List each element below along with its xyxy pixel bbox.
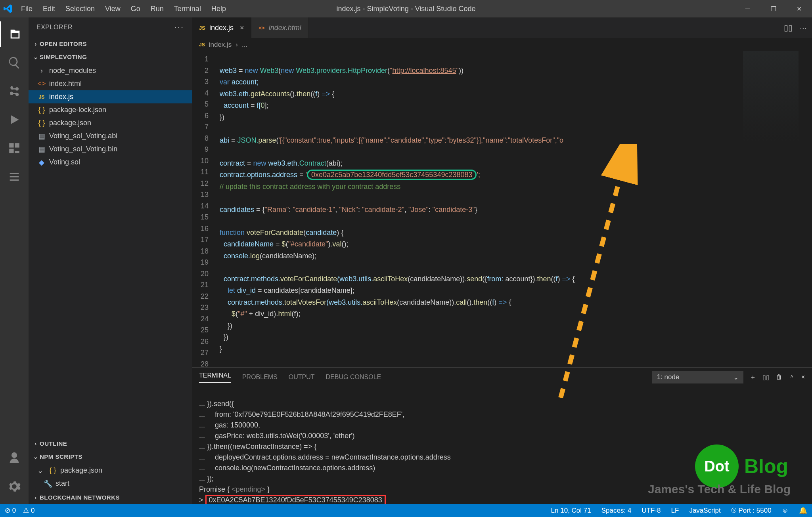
- menu-view[interactable]: View: [100, 5, 126, 13]
- status-cursor[interactable]: Ln 10, Col 71: [551, 507, 591, 515]
- status-spaces[interactable]: Spaces: 4: [601, 507, 632, 515]
- tree-package-json[interactable]: { }package.json: [29, 116, 192, 130]
- file-icon: ▤: [37, 132, 46, 141]
- accounts-icon[interactable]: [0, 445, 29, 471]
- tab-label: index.js: [209, 24, 234, 32]
- tree-index-js[interactable]: JSindex.js: [29, 90, 192, 103]
- tab-label: index.html: [269, 24, 301, 32]
- editor-tabs: JS index.js × <> index.html ▯▯ ···: [192, 17, 812, 38]
- editor-area: JS index.js × <> index.html ▯▯ ··· JS in…: [192, 17, 812, 504]
- menu-bar: File Edit Selection View Go Run Terminal…: [16, 5, 231, 13]
- close-panel-icon[interactable]: ×: [801, 374, 805, 381]
- js-file-icon: JS: [199, 25, 205, 31]
- panel-tab-problems[interactable]: PROBLEMS: [242, 374, 278, 381]
- section-blockchain[interactable]: ›BLOCKCHAIN NETWORKS: [29, 491, 192, 504]
- contract-address-highlight: 0xe0a2c5ab7be13240fdd5ef53c37455349c2380…: [307, 170, 477, 180]
- status-lang[interactable]: JavaScript: [689, 507, 720, 515]
- maximize-button[interactable]: ❐: [760, 0, 786, 17]
- minimize-button[interactable]: ─: [735, 0, 760, 17]
- run-debug-icon[interactable]: [0, 107, 29, 132]
- search-icon[interactable]: [0, 50, 29, 75]
- section-outline[interactable]: ›OUTLINE: [29, 437, 192, 450]
- extensions-icon[interactable]: [0, 135, 29, 161]
- wrench-icon: 🔧: [44, 479, 52, 488]
- close-button[interactable]: ✕: [786, 0, 812, 17]
- js-file-icon: JS: [199, 42, 205, 48]
- split-terminal-icon[interactable]: ▯▯: [762, 374, 770, 381]
- npm-package-json[interactable]: ⌄{ }package.json: [29, 464, 192, 477]
- explorer-icon[interactable]: [0, 21, 29, 47]
- activity-bar: [0, 17, 29, 504]
- terminal-output[interactable]: ... }).send({ ... from: '0xf750e791E0F52…: [192, 387, 812, 504]
- chevron-right-icon: ›: [37, 67, 46, 75]
- status-bar: ⊘ 0 ⚠ 0 Ln 10, Col 71 Spaces: 4 UTF-8 LF…: [0, 504, 812, 517]
- menu-help[interactable]: Help: [206, 5, 231, 13]
- terminal-address-highlight: 0xE0A2C5Ab7BE13240fDd5eF53C37455349C2380…: [205, 495, 386, 504]
- tree-voting-sol[interactable]: ◆Voting.sol: [29, 156, 192, 169]
- tab-index-js[interactable]: JS index.js ×: [192, 17, 251, 38]
- sidebar-more-icon[interactable]: ···: [174, 22, 184, 32]
- tree-voting-bin[interactable]: ▤Voting_sol_Voting.bin: [29, 143, 192, 156]
- code-editor[interactable]: web3 = new Web3(new Web3.providers.HttpP…: [214, 51, 812, 367]
- panel-tab-debug[interactable]: DEBUG CONSOLE: [326, 374, 381, 381]
- section-open-editors[interactable]: ›OPEN EDITORS: [29, 37, 192, 50]
- sidebar-title: EXPLORER: [36, 24, 73, 31]
- section-npm-scripts[interactable]: ⌄NPM SCRIPTS: [29, 450, 192, 463]
- json-file-icon: { }: [48, 466, 57, 475]
- settings-gear-icon[interactable]: [0, 474, 29, 499]
- json-file-icon: { }: [37, 119, 46, 127]
- menu-edit[interactable]: Edit: [38, 5, 60, 13]
- chevron-down-icon: ⌄: [733, 373, 739, 382]
- maximize-panel-icon[interactable]: ＾: [789, 373, 795, 382]
- menu-terminal[interactable]: Terminal: [169, 5, 206, 13]
- section-project[interactable]: ⌄SIMPLEVOTING: [29, 50, 192, 63]
- menu-file[interactable]: File: [16, 5, 38, 13]
- list-icon[interactable]: [0, 164, 29, 189]
- panel: TERMINAL PROBLEMS OUTPUT DEBUG CONSOLE 1…: [192, 367, 812, 504]
- close-tab-icon[interactable]: ×: [237, 24, 244, 32]
- file-icon: ▤: [37, 145, 46, 154]
- status-eol[interactable]: LF: [671, 507, 679, 515]
- status-encoding[interactable]: UTF-8: [642, 507, 661, 515]
- split-editor-icon[interactable]: ▯▯: [784, 23, 793, 32]
- tree-package-lock[interactable]: { }package-lock.json: [29, 103, 192, 116]
- status-notifications-icon[interactable]: 🔔: [799, 506, 807, 515]
- vscode-icon: [0, 4, 16, 13]
- minimap[interactable]: [743, 51, 799, 142]
- html-file-icon: <>: [37, 80, 46, 88]
- menu-selection[interactable]: Selection: [60, 5, 100, 13]
- tree-node-modules[interactable]: ›node_modules: [29, 64, 192, 77]
- panel-tab-terminal[interactable]: TERMINAL: [199, 372, 231, 383]
- status-warnings[interactable]: ⚠ 0: [23, 506, 34, 515]
- new-terminal-icon[interactable]: ＋: [750, 373, 756, 382]
- terminal-select[interactable]: 1: node⌄: [652, 371, 743, 383]
- source-control-icon[interactable]: [0, 78, 29, 104]
- tree-voting-abi[interactable]: ▤Voting_sol_Voting.abi: [29, 130, 192, 143]
- npm-start-script[interactable]: 🔧start: [29, 477, 192, 490]
- line-numbers: 1 2 3 4 5 6 7 8 9 10 11 12 13 14 15 16 1…: [192, 51, 214, 367]
- sidebar: EXPLORER ··· ›OPEN EDITORS ⌄SIMPLEVOTING…: [29, 17, 192, 504]
- menu-run[interactable]: Run: [146, 5, 169, 13]
- solidity-file-icon: ◆: [37, 158, 46, 167]
- window-title: index.js - SimpleVoting - Visual Studio …: [337, 5, 476, 13]
- js-file-icon: JS: [37, 94, 46, 100]
- title-bar: File Edit Selection View Go Run Terminal…: [0, 0, 812, 17]
- kill-terminal-icon[interactable]: 🗑: [776, 374, 782, 381]
- html-file-icon: <>: [259, 25, 264, 31]
- status-feedback-icon[interactable]: ☺: [782, 507, 789, 515]
- panel-tab-output[interactable]: OUTPUT: [289, 374, 315, 381]
- more-actions-icon[interactable]: ···: [800, 23, 806, 32]
- status-errors[interactable]: ⊘ 0: [5, 506, 16, 515]
- breadcrumbs[interactable]: JS index.js › ...: [192, 38, 812, 51]
- json-file-icon: { }: [37, 106, 46, 114]
- tab-index-html[interactable]: <> index.html: [251, 17, 308, 38]
- status-port[interactable]: ⦾ Port : 5500: [731, 507, 772, 515]
- menu-go[interactable]: Go: [126, 5, 146, 13]
- tree-index-html[interactable]: <>index.html: [29, 77, 192, 90]
- file-tree: ›node_modules <>index.html JSindex.js { …: [29, 63, 192, 170]
